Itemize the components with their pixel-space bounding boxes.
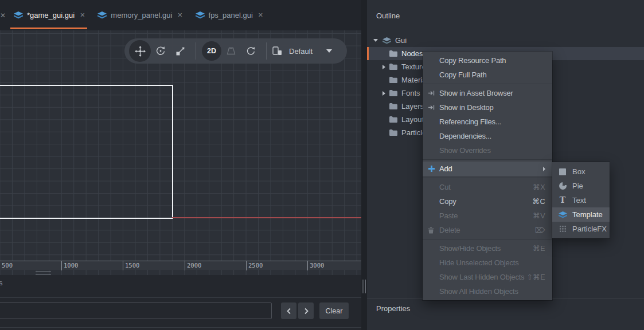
- folder-icon: [389, 77, 397, 83]
- toolbar-divider: [266, 42, 267, 60]
- gui-stack-icon: [196, 11, 205, 19]
- splitter-grip-icon[interactable]: [362, 280, 366, 293]
- menu-item-cut: Cut ⌘X: [423, 180, 552, 194]
- menu-item-referencing-files[interactable]: Referencing Files...: [423, 115, 552, 129]
- tab-label: memory_panel.gui: [111, 11, 172, 19]
- menu-item-copy[interactable]: Copy ⌘C: [423, 194, 552, 209]
- folder-icon: [389, 64, 397, 70]
- pane-splitter[interactable]: [361, 0, 367, 330]
- menu-item-show-in-desktop[interactable]: Show in Desktop: [423, 100, 552, 115]
- ruler-tick: 1000: [61, 261, 78, 270]
- folder-icon: [389, 50, 397, 57]
- viewport-toolbar: 2D Default: [124, 38, 347, 64]
- text-icon: T: [558, 197, 567, 204]
- horizontal-scrollbar-thumb[interactable]: [36, 272, 51, 274]
- console-panel: s Clear: [0, 275, 361, 330]
- expand-icon[interactable]: [383, 91, 385, 96]
- folder-icon: [389, 90, 397, 96]
- pie-icon: [558, 182, 567, 190]
- folder-icon: [389, 103, 397, 109]
- outline-item-label: Gui: [395, 36, 407, 45]
- collapse-icon[interactable]: [373, 39, 378, 42]
- rotate-tool-button[interactable]: [151, 41, 170, 61]
- expand-icon[interactable]: [383, 65, 385, 69]
- shortcut-hint: ⌘X: [533, 183, 545, 191]
- console-filter-input[interactable]: [0, 302, 272, 319]
- selection-accent: [367, 47, 369, 60]
- submenu-item-template[interactable]: Template: [552, 207, 610, 222]
- folder-icon: [389, 129, 397, 136]
- outline-item-label: Fonts: [401, 89, 420, 97]
- shortcut-hint: ⌘V: [533, 211, 545, 220]
- properties-panel-title: Properties: [376, 304, 410, 313]
- menu-item-show-in-asset-browser[interactable]: Show in Asset Browser: [423, 86, 552, 100]
- context-menu: Copy Resource Path Copy Full Path Show i…: [423, 52, 552, 300]
- divider: [0, 297, 361, 298]
- shortcut-hint: ⌦: [535, 226, 545, 234]
- scale-tool-button[interactable]: [170, 41, 190, 61]
- menu-item-dependencies[interactable]: Dependencies...: [423, 129, 552, 143]
- device-profile-value: Default: [289, 47, 313, 56]
- perspective-toggle-button[interactable]: [221, 41, 241, 61]
- toolbar-divider: [196, 42, 196, 60]
- shortcut-hint: ⌘E: [533, 244, 545, 253]
- tab-label: fps_panel.gui: [209, 11, 253, 19]
- close-icon[interactable]: ✕: [0, 11, 7, 19]
- close-icon[interactable]: ✕: [258, 11, 263, 19]
- menu-item-show-overrides: Show Overrides: [423, 143, 552, 158]
- menu-item-show-hide-objects: Show/Hide Objects ⌘E: [423, 241, 552, 256]
- tab-memory-panel[interactable]: memory_panel.gui ✕: [91, 0, 189, 30]
- menu-item-hide-unselected-objects: Hide Unselected Objects: [423, 256, 552, 270]
- move-tool-button[interactable]: [129, 40, 151, 62]
- rotate-icon: [155, 46, 166, 56]
- find-previous-button[interactable]: [281, 302, 296, 319]
- chevron-left-icon: [286, 308, 292, 315]
- chevron-right-icon: [303, 308, 309, 315]
- plus-icon: [428, 162, 435, 176]
- x-axis-line: [172, 217, 361, 218]
- submenu-item-text[interactable]: T Text: [552, 193, 610, 207]
- jump-icon: [428, 100, 435, 115]
- menu-item-copy-resource-path[interactable]: Copy Resource Path: [423, 53, 552, 68]
- find-next-button[interactable]: [298, 302, 314, 319]
- submenu-item-particlefx[interactable]: ParticleFX: [552, 222, 610, 236]
- jump-icon: [428, 86, 435, 100]
- ruler-tick: 3000: [307, 261, 324, 270]
- chevron-down-icon[interactable]: [326, 49, 332, 53]
- submenu-item-pie[interactable]: Pie: [552, 179, 610, 193]
- ruler-tick: 2500: [246, 261, 263, 270]
- ruler-tick: 2000: [185, 261, 201, 270]
- menu-separator: [423, 178, 552, 178]
- particlefx-icon: [558, 225, 567, 233]
- menu-separator: [423, 84, 552, 84]
- box-icon: [558, 168, 567, 175]
- menu-item-show-last-hidden-objects: Show Last Hidden Objects ⇧⌘E: [423, 270, 552, 284]
- close-icon[interactable]: ✕: [80, 11, 85, 19]
- submenu-item-box[interactable]: Box: [552, 164, 610, 179]
- menu-item-add[interactable]: Add: [423, 162, 552, 176]
- camera-reset-button[interactable]: [241, 41, 260, 61]
- ruler-tick: 1500: [123, 261, 139, 270]
- template-icon: [558, 211, 567, 218]
- gui-stack-icon: [14, 11, 23, 19]
- close-icon[interactable]: ✕: [177, 11, 182, 19]
- clear-console-button[interactable]: Clear: [319, 302, 349, 319]
- folder-icon: [389, 116, 397, 123]
- device-profiles-icon: [272, 46, 282, 56]
- menu-separator: [423, 159, 552, 160]
- outline-item-label: Layers: [401, 102, 424, 111]
- 2d-mode-button[interactable]: 2D: [202, 41, 221, 61]
- outline-item-gui[interactable]: Gui: [367, 34, 644, 47]
- outline-item-label: Nodes: [401, 49, 423, 58]
- move-icon: [135, 46, 146, 57]
- menu-item-delete: Delete ⌦: [423, 223, 552, 237]
- divider: [0, 327, 361, 328]
- menu-item-show-all-hidden-objects: Show All Hidden Objects: [423, 284, 552, 298]
- scale-icon: [175, 46, 185, 56]
- tab-fps-panel[interactable]: fps_panel.gui ✕: [189, 0, 270, 30]
- orbit-refresh-icon: [246, 46, 256, 56]
- menu-item-copy-full-path[interactable]: Copy Full Path: [423, 68, 552, 82]
- horizontal-ruler: 500 1000 1500 2000 2500 3000: [0, 261, 361, 270]
- tab-game-gui[interactable]: *game_gui.gui ✕: [7, 0, 91, 30]
- scene-viewport[interactable]: 2D Default: [0, 30, 361, 275]
